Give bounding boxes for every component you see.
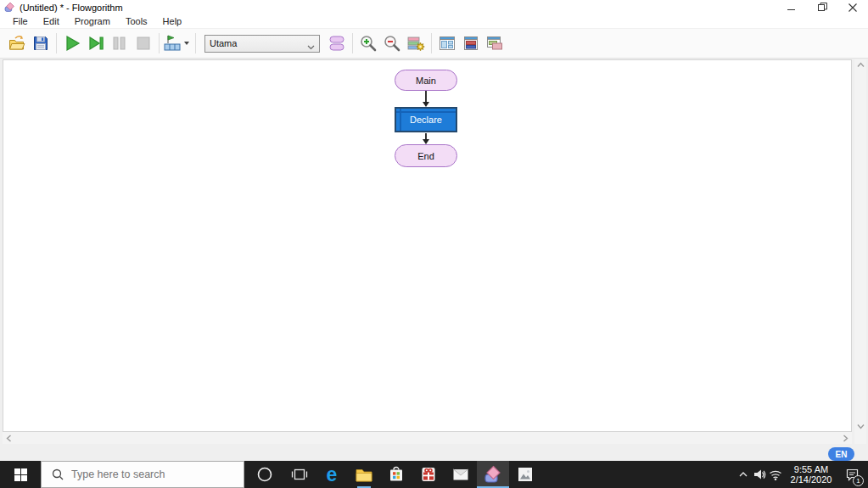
scrollbar-corner: [854, 432, 866, 444]
taskbar-app-photos[interactable]: [509, 461, 541, 488]
zoom-in-icon: [359, 34, 378, 53]
run-options-dropdown[interactable]: [182, 31, 192, 55]
search-icon: [52, 468, 64, 480]
store-icon: [387, 465, 406, 484]
client-area: Main Declare End: [0, 59, 868, 461]
toolbar-separator: [159, 33, 160, 53]
arrange-windows-icon: [485, 34, 504, 53]
run-button[interactable]: [60, 31, 84, 55]
play-icon: [63, 34, 81, 53]
toolbar-separator: [56, 33, 57, 53]
scroll-left-icon[interactable]: [6, 435, 12, 442]
stop-icon: [135, 35, 152, 52]
taskbar-search[interactable]: [41, 461, 244, 488]
start-button[interactable]: [0, 461, 41, 488]
taskbar-app-flowgorithm[interactable]: [477, 461, 509, 488]
horizontal-scrollbar[interactable]: [3, 432, 852, 444]
console-window-icon: [462, 34, 480, 53]
window-title: (Untitled) * - Flowgorithm: [20, 3, 123, 13]
menu-bar: File Edit Program Tools Help: [0, 14, 868, 29]
taskbar-app-edge[interactable]: e: [316, 461, 348, 488]
restore-icon: [818, 3, 827, 12]
flow-node-main[interactable]: Main: [395, 70, 457, 91]
gift-icon: [419, 465, 438, 484]
cortana-button[interactable]: [246, 461, 283, 488]
flow-node-end[interactable]: End: [395, 144, 457, 167]
node-label: Main: [416, 76, 436, 86]
flow-connector[interactable]: [425, 133, 427, 139]
variable-watch-button[interactable]: [404, 31, 428, 55]
cortana-icon: [256, 466, 273, 483]
taskbar-app-file-explorer[interactable]: [348, 461, 380, 488]
chevron-up-icon: [738, 469, 748, 480]
zoom-out-button[interactable]: [380, 31, 404, 55]
window-layout-button[interactable]: [435, 31, 459, 55]
language-indicator[interactable]: EN: [828, 447, 854, 461]
flowgorithm-app-icon: [4, 2, 15, 13]
clock-time: 9:55 AM: [787, 464, 836, 474]
open-file-button[interactable]: [5, 31, 29, 55]
minimize-icon: [787, 3, 796, 12]
tray-volume-button[interactable]: [751, 461, 767, 488]
pause-button[interactable]: [108, 31, 132, 55]
tray-hidden-icons-button[interactable]: [735, 461, 751, 488]
console-window-button[interactable]: [459, 31, 483, 55]
toolbar: Utama: [0, 29, 868, 59]
menu-file[interactable]: File: [5, 14, 36, 28]
save-file-button[interactable]: [29, 31, 53, 55]
run-options-button[interactable]: [163, 31, 182, 55]
system-tray: 9:55 AM 2/14/2020 1: [735, 461, 868, 488]
toolbar-separator: [195, 33, 196, 53]
tray-clock[interactable]: 9:55 AM 2/14/2020: [787, 464, 836, 485]
menu-program[interactable]: Program: [67, 14, 118, 28]
function-selector[interactable]: Utama: [204, 35, 320, 53]
menu-edit[interactable]: Edit: [36, 14, 67, 28]
save-floppy-icon: [32, 35, 49, 52]
restore-button[interactable]: [807, 0, 837, 14]
zoom-in-button[interactable]: [356, 31, 380, 55]
add-function-button[interactable]: [325, 31, 349, 55]
flow-connector[interactable]: [425, 91, 427, 102]
stop-button[interactable]: [132, 31, 155, 55]
menu-tools[interactable]: Tools: [118, 14, 155, 28]
node-label: End: [417, 151, 434, 161]
edge-icon: e: [327, 465, 338, 484]
scroll-down-icon[interactable]: [857, 423, 865, 429]
close-button[interactable]: [837, 0, 868, 14]
scroll-right-icon[interactable]: [843, 435, 848, 442]
pause-icon: [111, 35, 128, 52]
clock-date: 2/14/2020: [787, 474, 836, 485]
open-folder-icon: [8, 34, 26, 53]
minimize-button[interactable]: [776, 0, 807, 14]
scroll-up-icon[interactable]: [857, 62, 865, 68]
file-explorer-icon: [355, 465, 373, 484]
run-flag-icon: [163, 34, 182, 53]
caret-down-icon: [184, 42, 190, 46]
arrange-windows-button[interactable]: [483, 31, 507, 55]
taskbar-app-gift[interactable]: [412, 461, 445, 488]
task-view-icon: [291, 466, 308, 483]
search-input[interactable]: [71, 468, 228, 480]
action-center-button[interactable]: 1: [839, 461, 865, 488]
step-button[interactable]: [84, 31, 108, 55]
toolbar-separator: [431, 33, 432, 53]
function-shapes-icon: [328, 34, 346, 53]
flowgorithm-icon: [483, 464, 503, 485]
notification-badge: 1: [853, 475, 864, 486]
window-layout-icon: [438, 34, 456, 53]
taskbar-app-store[interactable]: [380, 461, 412, 488]
taskbar-app-mail[interactable]: [445, 461, 477, 488]
close-icon: [848, 3, 857, 12]
menu-help[interactable]: Help: [155, 14, 190, 28]
declare-inner-line: [396, 111, 456, 113]
task-view-button[interactable]: [283, 461, 316, 488]
node-label: Declare: [410, 115, 442, 125]
flow-node-declare[interactable]: Declare: [395, 107, 457, 132]
vertical-scrollbar[interactable]: [854, 59, 866, 432]
declare-inner-line: [400, 109, 401, 131]
flowgorithm-window: (Untitled) * - Flowgorithm File Edit Pro…: [0, 0, 868, 488]
toolbar-separator: [352, 33, 353, 53]
tray-network-button[interactable]: [767, 461, 783, 488]
speaker-icon: [753, 468, 766, 481]
zoom-out-icon: [383, 34, 401, 53]
